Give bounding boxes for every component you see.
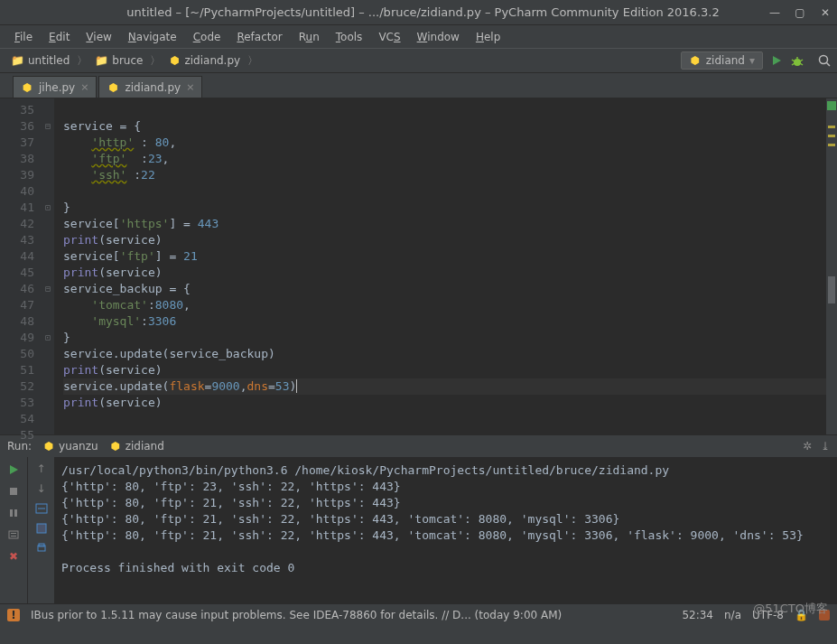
file-encoding[interactable]: UTF-8 bbox=[752, 609, 784, 621]
svg-rect-3 bbox=[10, 488, 17, 495]
menu-edit[interactable]: Edit bbox=[42, 28, 77, 46]
breadcrumb-label: bruce bbox=[112, 54, 143, 67]
menu-window[interactable]: Window bbox=[410, 28, 467, 46]
svg-point-0 bbox=[794, 59, 801, 66]
code-content[interactable]: service = { 'http' : 80, 'ftp' :23, 'ssh… bbox=[54, 98, 826, 434]
breadcrumb-folder[interactable]: 📁 bruce bbox=[89, 52, 148, 69]
run-tab-label: zidiand bbox=[126, 440, 164, 453]
svg-rect-10 bbox=[37, 524, 46, 533]
gear-icon[interactable]: ✲ bbox=[803, 440, 812, 453]
run-tab-label: yuanzu bbox=[59, 440, 98, 453]
print-button[interactable] bbox=[35, 542, 48, 555]
statusbar: ! IBus prior to 1.5.11 may cause input p… bbox=[0, 603, 837, 625]
breadcrumb-label: untitled bbox=[28, 54, 70, 67]
folder-icon: 📁 bbox=[11, 54, 24, 67]
python-file-icon: ⬢ bbox=[21, 81, 33, 94]
python-file-icon: ⬢ bbox=[109, 440, 122, 453]
dump-threads-button[interactable] bbox=[6, 527, 21, 542]
menu-refactor[interactable]: Refactor bbox=[229, 28, 289, 46]
menu-navigate[interactable]: Navigate bbox=[121, 28, 184, 46]
close-button[interactable]: ✖ bbox=[6, 549, 21, 564]
run-button[interactable] bbox=[770, 54, 783, 67]
svg-rect-6 bbox=[9, 531, 18, 538]
tab-zidiand[interactable]: ⬢ zidiand.py × bbox=[98, 76, 202, 98]
tab-jihe[interactable]: ⬢ jihe.py × bbox=[13, 76, 97, 98]
run-toolbar-left2: ↑ ↓ bbox=[27, 457, 54, 603]
status-message[interactable]: IBus prior to 1.5.11 may cause input pro… bbox=[31, 609, 671, 621]
up-arrow-button[interactable]: ↑ bbox=[36, 462, 45, 475]
run-config-selector[interactable]: ⬢ zidiand ▾ bbox=[681, 51, 763, 70]
rerun-button[interactable] bbox=[6, 462, 21, 477]
menu-vcs[interactable]: VCS bbox=[371, 28, 407, 46]
down-arrow-button[interactable]: ↓ bbox=[36, 482, 45, 495]
breadcrumb: 📁 untitled 〉 📁 bruce 〉 ⬢ zidiand.py 〉 bbox=[5, 52, 258, 69]
maximize-icon[interactable]: ▢ bbox=[794, 6, 806, 19]
svg-line-2 bbox=[827, 63, 831, 67]
run-config-label: zidiand bbox=[706, 54, 745, 67]
svg-rect-5 bbox=[14, 509, 17, 517]
pause-button[interactable] bbox=[6, 506, 21, 520]
menu-code[interactable]: Code bbox=[186, 28, 228, 46]
run-tab-zidiand[interactable]: ⬢ zidiand bbox=[109, 440, 164, 453]
tab-label: jihe.py bbox=[39, 81, 75, 94]
chevron-right-icon: 〉 bbox=[247, 53, 258, 69]
minimize-panel-icon[interactable]: ⤓ bbox=[821, 440, 830, 453]
tab-label: zidiand.py bbox=[125, 81, 181, 94]
chevron-right-icon: 〉 bbox=[77, 53, 88, 69]
warning-mark[interactable] bbox=[828, 135, 835, 137]
scrollbar-thumb[interactable] bbox=[828, 276, 835, 303]
analysis-ok-icon bbox=[827, 101, 836, 110]
console-output[interactable]: /usr/local/python3/bin/python3.6 /home/k… bbox=[54, 457, 837, 603]
svg-rect-8 bbox=[11, 536, 16, 537]
window-title: untitled – [~/PycharmProjects/untitled] … bbox=[78, 5, 768, 19]
close-icon[interactable]: ✕ bbox=[819, 6, 832, 19]
menu-help[interactable]: Help bbox=[469, 28, 507, 46]
menu-run[interactable]: Run bbox=[292, 28, 327, 46]
warning-mark[interactable] bbox=[828, 144, 835, 146]
line-separator[interactable]: n/a bbox=[724, 609, 741, 621]
tab-close-icon[interactable]: × bbox=[80, 81, 88, 93]
breadcrumb-root[interactable]: 📁 untitled bbox=[5, 52, 75, 69]
titlebar: untitled – [~/PycharmProjects/untitled] … bbox=[0, 0, 837, 25]
search-button[interactable] bbox=[817, 53, 832, 68]
menubar: File Edit View Navigate Code Refactor Ru… bbox=[0, 25, 837, 48]
svg-point-1 bbox=[820, 56, 828, 64]
python-file-icon: ⬢ bbox=[689, 54, 702, 67]
python-file-icon: ⬢ bbox=[107, 81, 119, 94]
navbar: 📁 untitled 〉 📁 bruce 〉 ⬢ zidiand.py 〉 ⬢ … bbox=[0, 48, 837, 73]
run-header: Run: ⬢ yuanzu ⬢ zidiand ✲ ⤓ bbox=[0, 435, 837, 457]
chevron-right-icon: 〉 bbox=[150, 53, 161, 69]
debug-button[interactable] bbox=[790, 54, 804, 69]
editor-marker-bar[interactable] bbox=[826, 98, 837, 434]
chevron-down-icon: ▾ bbox=[749, 54, 755, 67]
lock-icon[interactable]: 🔒 bbox=[795, 609, 808, 621]
menu-view[interactable]: View bbox=[79, 28, 118, 46]
cursor-position[interactable]: 52:34 bbox=[682, 609, 713, 621]
breadcrumb-label: zidiand.py bbox=[184, 54, 240, 67]
menu-tools[interactable]: Tools bbox=[329, 28, 370, 46]
soft-wrap-button[interactable] bbox=[35, 502, 48, 515]
code-editor[interactable]: 3536⊟3738394041⊡4243444546⊟474849⊡505152… bbox=[0, 98, 837, 434]
svg-rect-4 bbox=[10, 509, 13, 517]
hector-icon[interactable] bbox=[819, 610, 830, 621]
python-file-icon: ⬢ bbox=[168, 54, 181, 67]
minimize-icon[interactable]: — bbox=[768, 6, 781, 19]
line-number-gutter: 3536⊟3738394041⊡4243444546⊟474849⊡505152… bbox=[0, 98, 54, 434]
stop-button[interactable] bbox=[6, 484, 21, 499]
run-tool-window: Run: ⬢ yuanzu ⬢ zidiand ✲ ⤓ bbox=[0, 434, 837, 603]
event-log-icon[interactable]: ! bbox=[7, 609, 20, 621]
menu-file[interactable]: File bbox=[7, 28, 40, 46]
warning-mark[interactable] bbox=[828, 126, 835, 128]
scroll-to-end-button[interactable] bbox=[35, 522, 48, 535]
editor-tabbar: ⬢ jihe.py × ⬢ zidiand.py × bbox=[0, 73, 837, 98]
run-toolbar-left: ✖ bbox=[0, 457, 27, 603]
breadcrumb-file[interactable]: ⬢ zidiand.py bbox=[163, 52, 246, 69]
svg-rect-7 bbox=[11, 533, 16, 534]
tab-close-icon[interactable]: × bbox=[186, 81, 194, 93]
folder-icon: 📁 bbox=[95, 54, 108, 67]
